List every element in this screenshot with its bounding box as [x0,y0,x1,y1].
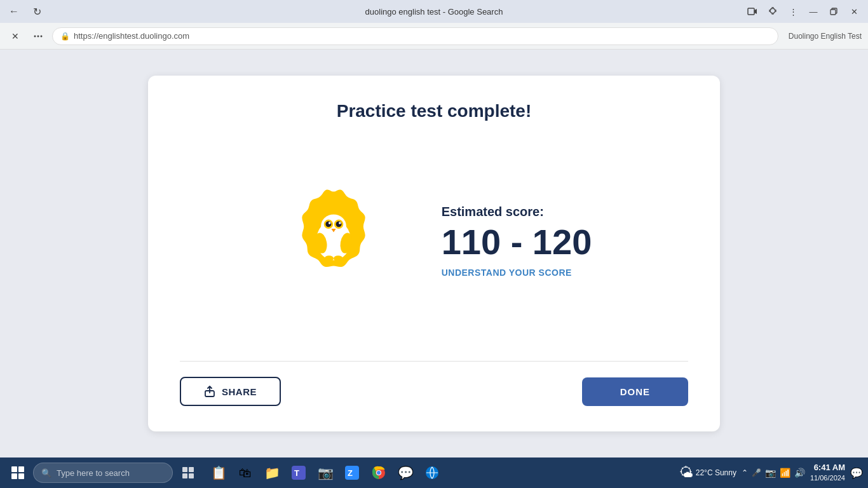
taskbar-time[interactable]: 6:41 AM 11/06/2024 [810,463,845,482]
weather-text: 22°C Sunny [696,468,736,477]
date-display: 11/06/2024 [810,473,845,482]
card-body: Estimated score: 110 - 120 UNDERSTAND YO… [180,147,688,336]
svg-text:Z: Z [348,468,353,478]
more-button[interactable]: ⋮ [784,3,802,20]
windows-icon [11,466,24,479]
extensions-button[interactable] [764,3,782,20]
svg-rect-21 [189,473,194,478]
show-hidden-icon[interactable]: ⌃ [742,468,748,477]
weather-icon: 🌤 [679,464,693,481]
system-tray: ⌃ 🎤 📷 📶 🔊 [742,468,805,478]
taskbar-search[interactable]: 🔍 Type here to search [33,463,173,483]
task-view-button[interactable] [175,460,201,485]
owl-badge [276,183,391,300]
address-field[interactable]: 🔒 https://englishtest.duolingo.com [52,27,778,45]
camera-icon[interactable]: 📷 [765,468,776,478]
svg-rect-19 [189,467,194,472]
score-range: 110 - 120 [442,224,592,260]
card-divider [180,361,688,362]
svg-point-4 [41,35,43,37]
restore-button[interactable] [825,3,843,20]
svg-text:T: T [294,468,299,478]
svg-rect-20 [182,473,187,478]
minimize-button[interactable]: — [804,3,822,20]
media-button[interactable] [743,3,761,20]
svg-point-12 [339,222,341,224]
tab-close-button[interactable]: ✕ [6,27,24,45]
taskbar-app-files[interactable]: 📁 [259,460,285,485]
main-content: Practice test complete! [0,50,868,458]
taskbar-right: 🌤 22°C Sunny ⌃ 🎤 📷 📶 🔊 6:41 AM 11/06/202… [679,463,863,482]
volume-icon[interactable]: 🔊 [794,468,805,478]
svg-point-11 [329,222,331,224]
svg-point-9 [325,221,331,227]
taskbar-app-teams[interactable]: T [286,460,311,485]
time-display: 6:41 AM [810,463,845,473]
svg-point-29 [377,471,381,475]
result-card: Practice test complete! [148,76,720,431]
taskbar-app-browser[interactable] [419,460,445,485]
svg-rect-18 [182,467,187,472]
svg-point-3 [37,35,39,37]
svg-rect-1 [831,10,836,15]
taskbar-apps: 📋 🛍 📁 T 📷 Z 💬 [206,460,445,485]
share-button[interactable]: SHARE [180,377,281,406]
svg-rect-0 [748,8,754,15]
done-button[interactable]: DONE [582,377,688,406]
tab-menu-button[interactable] [29,27,47,45]
network-icon[interactable]: 📶 [780,468,790,478]
taskbar-app-chrome[interactable] [366,460,391,485]
close-button[interactable]: ✕ [845,3,863,20]
taskbar: 🔍 Type here to search 📋 🛍 📁 T 📷 Z 💬 🌤 22… [0,458,868,488]
understand-score-link[interactable]: UNDERSTAND YOUR SCORE [442,268,572,278]
share-icon [204,386,215,397]
start-button[interactable] [5,460,31,485]
taskbar-search-icon: 🔍 [41,468,51,478]
refresh-button[interactable]: ↻ [28,3,46,20]
taskbar-app-notes[interactable]: 📋 [206,460,231,485]
taskbar-app-store[interactable]: 🛍 [233,460,258,485]
lock-icon: 🔒 [60,32,70,41]
browser-titlebar: ← ↻ duolingo english test - Google Searc… [0,0,868,23]
back-button[interactable]: ← [5,3,23,20]
taskbar-search-text: Type here to search [57,468,130,478]
taskbar-app-zoom[interactable]: Z [339,460,365,485]
svg-point-2 [34,35,36,37]
notification-icon[interactable]: 💬 [850,467,863,479]
card-title: Practice test complete! [337,101,532,121]
browser-title: duolingo english test - Google Search [365,7,503,17]
card-footer: SHARE DONE [180,377,688,406]
score-section: Estimated score: 110 - 120 UNDERSTAND YO… [442,205,592,278]
svg-point-16 [334,255,342,261]
address-url: https://englishtest.duolingo.com [74,31,189,41]
taskbar-app-instagram[interactable]: 📷 [313,460,338,485]
svg-point-10 [336,221,341,227]
weather-widget: 🌤 22°C Sunny [679,464,736,481]
mic-icon[interactable]: 🎤 [752,468,761,477]
estimated-score-label: Estimated score: [442,205,544,219]
taskbar-app-whatsapp[interactable]: 💬 [393,460,418,485]
page-subtitle: Duolingo English Test [789,32,862,41]
svg-point-15 [324,255,333,261]
share-label: SHARE [222,386,257,397]
address-bar-row: ✕ 🔒 https://englishtest.duolingo.com Duo… [0,23,868,50]
